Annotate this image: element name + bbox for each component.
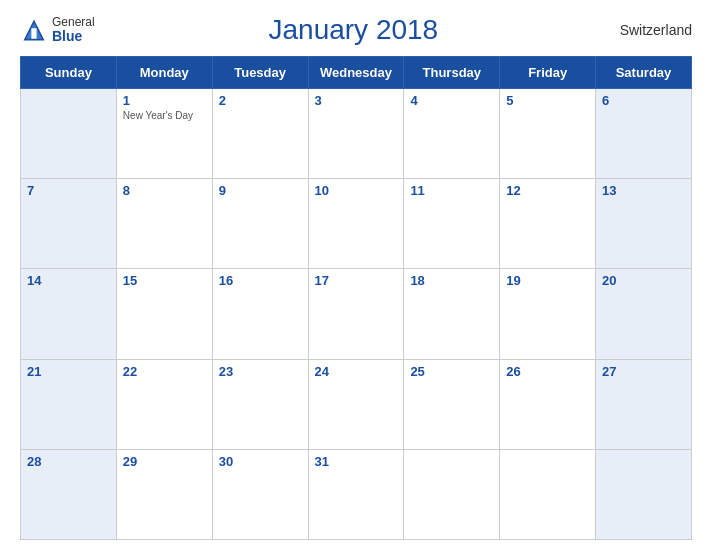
col-thursday: Thursday (404, 57, 500, 89)
col-friday: Friday (500, 57, 596, 89)
calendar-cell: 23 (212, 359, 308, 449)
calendar-cell: 18 (404, 269, 500, 359)
calendar-week-3: 14151617181920 (21, 269, 692, 359)
calendar-cell: 20 (596, 269, 692, 359)
day-number: 22 (123, 364, 206, 379)
day-number: 3 (315, 93, 398, 108)
col-monday: Monday (116, 57, 212, 89)
calendar-cell: 14 (21, 269, 117, 359)
day-number: 10 (315, 183, 398, 198)
calendar-cell: 13 (596, 179, 692, 269)
col-saturday: Saturday (596, 57, 692, 89)
country-label: Switzerland (612, 22, 692, 38)
calendar-cell: 8 (116, 179, 212, 269)
calendar-cell: 22 (116, 359, 212, 449)
day-number: 16 (219, 273, 302, 288)
calendar-cell: 4 (404, 89, 500, 179)
day-number: 30 (219, 454, 302, 469)
col-sunday: Sunday (21, 57, 117, 89)
calendar-cell: 1New Year's Day (116, 89, 212, 179)
logo-text: General Blue (52, 16, 95, 45)
calendar-cell (21, 89, 117, 179)
day-number: 28 (27, 454, 110, 469)
calendar-cell: 5 (500, 89, 596, 179)
day-number: 23 (219, 364, 302, 379)
calendar-cell: 17 (308, 269, 404, 359)
generalblue-logo-icon (20, 16, 48, 44)
calendar-cell: 27 (596, 359, 692, 449)
calendar-cell: 11 (404, 179, 500, 269)
calendar-cell (500, 449, 596, 539)
day-number: 17 (315, 273, 398, 288)
calendar-cell: 30 (212, 449, 308, 539)
day-number: 5 (506, 93, 589, 108)
day-number: 13 (602, 183, 685, 198)
calendar-table: Sunday Monday Tuesday Wednesday Thursday… (20, 56, 692, 540)
day-number: 11 (410, 183, 493, 198)
logo-blue: Blue (52, 29, 95, 44)
day-number: 6 (602, 93, 685, 108)
logo: General Blue (20, 16, 95, 45)
day-number: 25 (410, 364, 493, 379)
day-number: 8 (123, 183, 206, 198)
calendar-cell: 6 (596, 89, 692, 179)
day-number: 4 (410, 93, 493, 108)
calendar-header-row: Sunday Monday Tuesday Wednesday Thursday… (21, 57, 692, 89)
calendar-cell: 19 (500, 269, 596, 359)
logo-general: General (52, 16, 95, 29)
calendar-cell: 16 (212, 269, 308, 359)
calendar-cell: 25 (404, 359, 500, 449)
day-number: 19 (506, 273, 589, 288)
day-number: 18 (410, 273, 493, 288)
calendar-cell (404, 449, 500, 539)
svg-rect-2 (31, 28, 36, 39)
day-number: 27 (602, 364, 685, 379)
calendar-week-4: 21222324252627 (21, 359, 692, 449)
holiday-label: New Year's Day (123, 110, 206, 121)
calendar-cell: 3 (308, 89, 404, 179)
calendar-cell: 24 (308, 359, 404, 449)
col-wednesday: Wednesday (308, 57, 404, 89)
calendar-cell: 31 (308, 449, 404, 539)
calendar-cell: 2 (212, 89, 308, 179)
day-number: 20 (602, 273, 685, 288)
calendar-cell: 26 (500, 359, 596, 449)
calendar-cell: 12 (500, 179, 596, 269)
days-of-week-row: Sunday Monday Tuesday Wednesday Thursday… (21, 57, 692, 89)
calendar-cell: 9 (212, 179, 308, 269)
day-number: 31 (315, 454, 398, 469)
day-number: 26 (506, 364, 589, 379)
calendar-header: General Blue January 2018 Switzerland (20, 10, 692, 50)
day-number: 15 (123, 273, 206, 288)
day-number: 9 (219, 183, 302, 198)
calendar-week-5: 28293031 (21, 449, 692, 539)
day-number: 14 (27, 273, 110, 288)
calendar-week-1: 1New Year's Day23456 (21, 89, 692, 179)
day-number: 29 (123, 454, 206, 469)
day-number: 21 (27, 364, 110, 379)
calendar-cell: 7 (21, 179, 117, 269)
calendar-cell: 15 (116, 269, 212, 359)
calendar-week-2: 78910111213 (21, 179, 692, 269)
day-number: 2 (219, 93, 302, 108)
calendar-cell (596, 449, 692, 539)
calendar-cell: 21 (21, 359, 117, 449)
calendar-cell: 10 (308, 179, 404, 269)
day-number: 12 (506, 183, 589, 198)
day-number: 24 (315, 364, 398, 379)
calendar-title: January 2018 (95, 14, 612, 46)
calendar-cell: 29 (116, 449, 212, 539)
day-number: 1 (123, 93, 206, 108)
calendar-cell: 28 (21, 449, 117, 539)
col-tuesday: Tuesday (212, 57, 308, 89)
day-number: 7 (27, 183, 110, 198)
calendar-body: 1New Year's Day2345678910111213141516171… (21, 89, 692, 540)
